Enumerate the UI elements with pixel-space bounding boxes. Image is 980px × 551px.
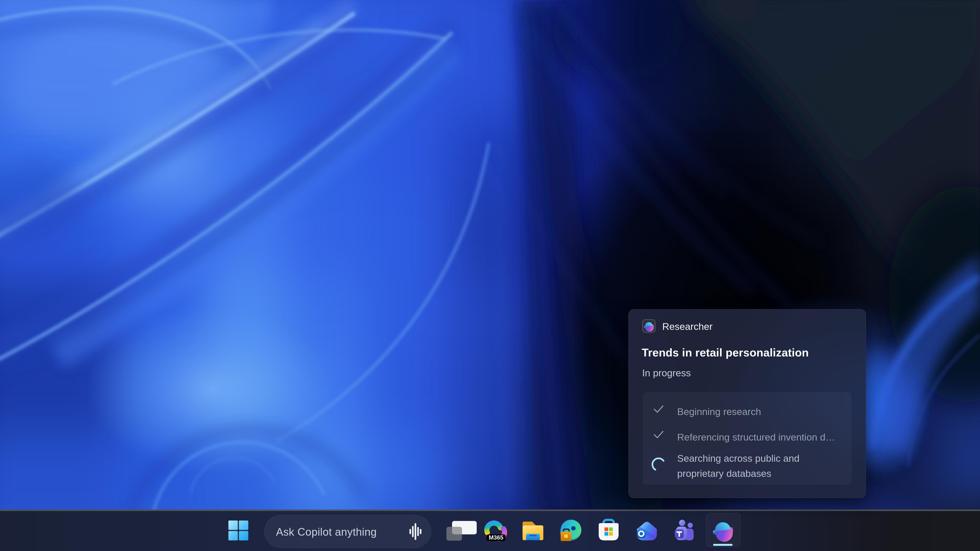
svg-text:M365: M365 <box>489 534 504 541</box>
